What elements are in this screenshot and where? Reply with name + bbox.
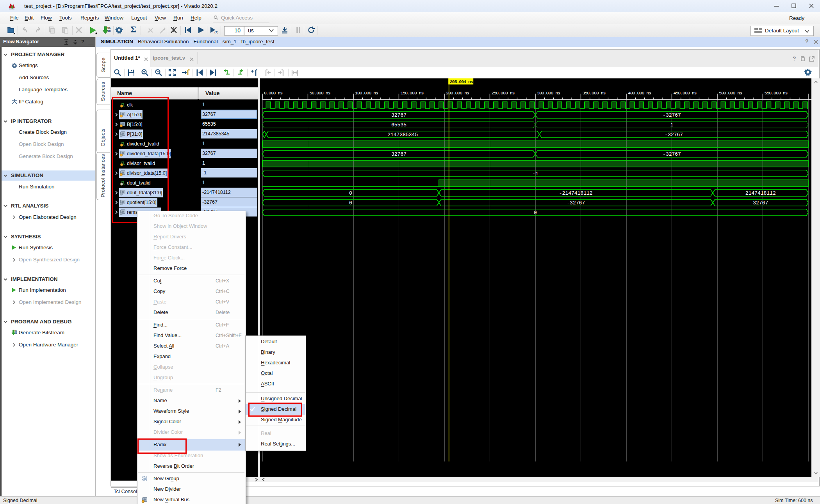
svg-text:32767: 32767 [391, 151, 406, 157]
svg-text:100.000 ns: 100.000 ns [355, 91, 378, 96]
svg-text:2147385345: 2147385345 [387, 132, 418, 138]
svg-text:0: 0 [349, 190, 352, 196]
svg-text:50.000 ns: 50.000 ns [310, 91, 330, 96]
svg-text:450.000 ns: 450.000 ns [674, 91, 697, 96]
svg-text:500.000 ns: 500.000 ns [719, 91, 742, 96]
svg-text:32767: 32767 [753, 200, 768, 206]
svg-text:-32767: -32767 [663, 112, 681, 118]
svg-text:-32767: -32767 [663, 151, 681, 157]
svg-text:-32767: -32767 [665, 132, 683, 138]
svg-text:2147418112: 2147418112 [745, 190, 776, 196]
svg-text:250.000 ns: 250.000 ns [492, 91, 515, 96]
svg-text:-2147418112: -2147418112 [559, 190, 593, 196]
svg-text:01: 01 [14, 330, 17, 332]
svg-text:205.004 ns: 205.004 ns [450, 79, 473, 84]
svg-text:200.000 ns: 200.000 ns [446, 91, 469, 96]
svg-text:32767: 32767 [391, 112, 406, 118]
svg-text:-1: -1 [532, 171, 538, 177]
svg-text:550.000 ns: 550.000 ns [765, 91, 788, 96]
svg-text:65535: 65535 [391, 122, 406, 128]
svg-text:350.000 ns: 350.000 ns [583, 91, 606, 96]
svg-text:(T): (T) [214, 30, 219, 34]
svg-text:10: 10 [107, 30, 111, 33]
svg-text:01: 01 [107, 27, 111, 30]
svg-text:1: 1 [670, 122, 674, 128]
svg-text:0: 0 [349, 200, 352, 206]
svg-text:150.000 ns: 150.000 ns [401, 91, 424, 96]
svg-text:400.000 ns: 400.000 ns [628, 91, 651, 96]
svg-text:-32767: -32767 [567, 200, 585, 206]
svg-text:0: 0 [534, 210, 537, 216]
svg-text:300.000 ns: 300.000 ns [537, 91, 560, 96]
svg-text:10: 10 [14, 332, 17, 334]
svg-text:0.000 ns: 0.000 ns [264, 91, 282, 96]
